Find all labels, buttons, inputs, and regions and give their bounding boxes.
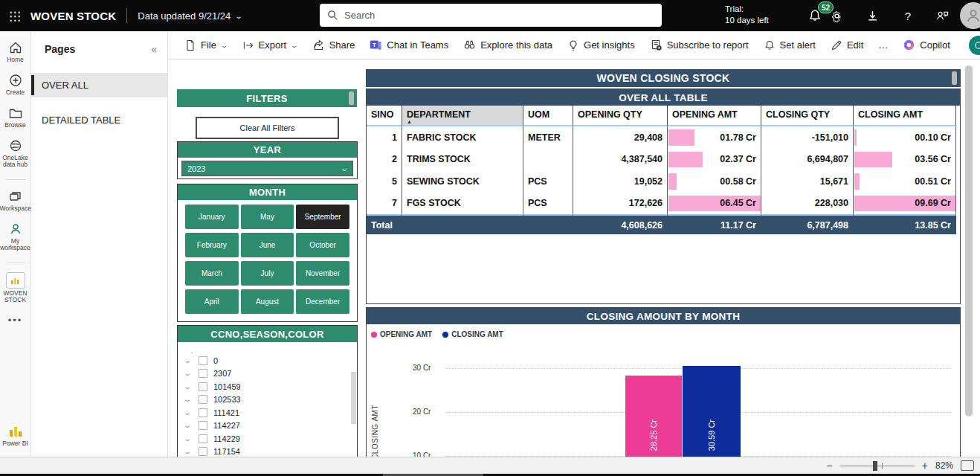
rail-item-more[interactable]: ••• xyxy=(0,313,31,327)
column-header-uom[interactable]: UOM xyxy=(523,106,573,126)
global-search[interactable] xyxy=(320,4,662,27)
month-button-june[interactable]: June xyxy=(241,233,294,257)
app-launcher-icon[interactable] xyxy=(9,10,20,22)
chart-bar-opening-amt[interactable]: 28.25 Cr xyxy=(625,376,682,457)
zoom-slider-thumb[interactable] xyxy=(873,461,877,471)
expand-chevron-icon[interactable]: ⌄ xyxy=(184,422,194,429)
ccno-checkbox[interactable] xyxy=(199,421,207,430)
toolbar-item-set-alert[interactable]: Set alert xyxy=(758,36,822,55)
table-cell-value: SEWING STOCK xyxy=(407,176,480,187)
zoom-out-button[interactable]: − xyxy=(827,458,833,473)
fit-to-page-icon[interactable] xyxy=(961,460,974,471)
table-cell-value: 7 xyxy=(392,198,397,208)
rail-item-power-bi[interactable]: Power BI xyxy=(0,422,31,447)
chart-bar-closing-amt[interactable]: 30.59 Cr xyxy=(683,366,741,457)
expand-chevron-icon[interactable]: ⌄ xyxy=(184,435,194,443)
page-item-detailed-table[interactable]: DETAILED TABLE xyxy=(31,108,167,132)
column-header-opening-amt[interactable]: OPENING AMT xyxy=(668,106,761,126)
ccno-list-item: ⌄111421 xyxy=(185,406,357,419)
user-avatar[interactable] xyxy=(960,2,980,29)
closing-amt-databar xyxy=(854,129,857,146)
table-cell: 01.78 Cr xyxy=(668,126,761,149)
ccno-checkbox[interactable] xyxy=(199,395,207,404)
toolbar-item-chat-in-teams[interactable]: TChat in Teams xyxy=(364,35,454,55)
ccno-checkbox[interactable] xyxy=(199,356,207,365)
ccno-checkbox[interactable] xyxy=(199,369,207,378)
toolbar-item-subscribe-to-report[interactable]: Subscribe to report xyxy=(644,35,755,55)
ccno-item-label: 111421 xyxy=(213,408,239,417)
month-button-december[interactable]: December xyxy=(296,289,349,314)
rail-item-woven-stock[interactable]: WOVEN STOCK xyxy=(0,272,31,303)
column-header-opening-qty[interactable]: OPENING QTY xyxy=(573,106,668,126)
data-updated-menu[interactable]: Data updated 9/21/24 ⌄ xyxy=(138,10,242,22)
month-button-february[interactable]: February xyxy=(185,233,239,257)
column-header-sino[interactable]: SINO xyxy=(367,106,402,126)
title-scrollbar-thumb[interactable] xyxy=(952,71,957,85)
toolbar-item-get-insights[interactable]: Get insights xyxy=(561,36,641,55)
rail-divider xyxy=(6,179,25,180)
rail-item-my-workspace[interactable]: My workspace xyxy=(0,222,31,251)
home-icon xyxy=(8,40,23,55)
month-button-september[interactable]: September xyxy=(296,205,349,229)
table-cell-value: PCS xyxy=(528,198,547,208)
month-button-november[interactable]: November xyxy=(296,261,349,286)
column-header-department[interactable]: DEPARTMENT▲ xyxy=(402,106,523,126)
month-button-january[interactable]: January xyxy=(185,205,239,229)
toolbar-item-[interactable]: … xyxy=(872,36,894,54)
settings-gear-icon[interactable] xyxy=(828,7,845,25)
search-icon xyxy=(327,10,338,21)
table-cell: 03.56 Cr xyxy=(854,149,956,171)
report-icon-box xyxy=(6,272,25,289)
expand-chevron-icon[interactable]: ⌄ xyxy=(184,357,194,364)
zoom-in-button[interactable]: + xyxy=(922,458,928,473)
page-scrollbar-track[interactable] xyxy=(964,60,974,457)
clear-all-filters-button[interactable]: Clear All Filters xyxy=(196,117,339,139)
toolbar-item-explore-this-data[interactable]: Explore this data xyxy=(457,35,558,55)
expand-chevron-icon[interactable]: ⌄ xyxy=(184,448,194,455)
ccno-checkbox[interactable] xyxy=(199,434,207,443)
month-slicer: MONTH JanuaryMaySeptemberFebruaryJuneOct… xyxy=(177,184,358,322)
rail-item-home[interactable]: Home xyxy=(0,40,31,63)
month-button-march[interactable]: March xyxy=(185,261,239,286)
toolbar-item-share[interactable]: Share xyxy=(306,35,361,55)
rail-item-workspaces[interactable]: Workspaces xyxy=(0,189,31,212)
table-cell-value: 06.45 Cr xyxy=(720,198,756,208)
expand-chevron-icon[interactable]: ⌄ xyxy=(184,409,194,416)
copilot-pane-button[interactable] xyxy=(969,36,980,55)
expand-chevron-icon[interactable]: ⌄ xyxy=(184,370,194,377)
toolbar-item-copilot[interactable]: Copilot xyxy=(897,35,955,55)
download-icon[interactable] xyxy=(863,7,881,25)
expand-chevron-icon[interactable]: ⌄ xyxy=(184,383,194,390)
rail-item-onelake-data-hub[interactable]: OneLake data hub xyxy=(0,138,31,168)
month-button-may[interactable]: May xyxy=(241,205,294,229)
expand-chevron-icon[interactable]: ⌄ xyxy=(184,396,194,403)
help-icon[interactable]: ? xyxy=(899,7,917,25)
search-input[interactable] xyxy=(344,10,627,21)
rail-item-browse[interactable]: Browse xyxy=(0,106,31,129)
filters-scrollbar-thumb[interactable] xyxy=(349,91,354,105)
column-header-closing-amt[interactable]: CLOSING AMT xyxy=(854,106,956,126)
month-button-october[interactable]: October xyxy=(296,233,349,257)
month-button-august[interactable]: August xyxy=(241,289,294,314)
ccno-checkbox[interactable] xyxy=(199,408,207,417)
legend-item-opening-amt[interactable]: OPENING AMT xyxy=(371,330,432,338)
ccno-checkbox[interactable] xyxy=(199,382,207,391)
ccno-checkbox[interactable] xyxy=(199,447,207,456)
table-cell-value: 03.56 Cr xyxy=(915,154,951,164)
toolbar-item-file[interactable]: File⌄ xyxy=(178,36,233,55)
zoom-slider[interactable] xyxy=(840,466,915,466)
year-dropdown[interactable]: 2023 ⌄ xyxy=(181,161,353,176)
collapse-pane-icon[interactable]: « xyxy=(151,43,157,55)
legend-item-closing-amt[interactable]: CLOSING AMT xyxy=(442,330,503,338)
page-scrollbar-thumb[interactable] xyxy=(965,65,973,416)
month-button-july[interactable]: July xyxy=(241,261,294,286)
column-header-closing-qty[interactable]: CLOSING QTY xyxy=(761,106,854,126)
toolbar-item-label: … xyxy=(878,39,888,51)
ccno-scrollbar-thumb[interactable] xyxy=(351,372,356,424)
toolbar-item-edit[interactable]: Edit xyxy=(825,36,869,55)
toolbar-item-export[interactable]: Export⌄ xyxy=(236,36,303,55)
feedback-icon[interactable] xyxy=(933,7,951,25)
rail-item-create[interactable]: Create xyxy=(0,73,31,96)
month-button-april[interactable]: April xyxy=(185,289,239,314)
page-item-over-all[interactable]: OVER ALL xyxy=(31,73,167,97)
